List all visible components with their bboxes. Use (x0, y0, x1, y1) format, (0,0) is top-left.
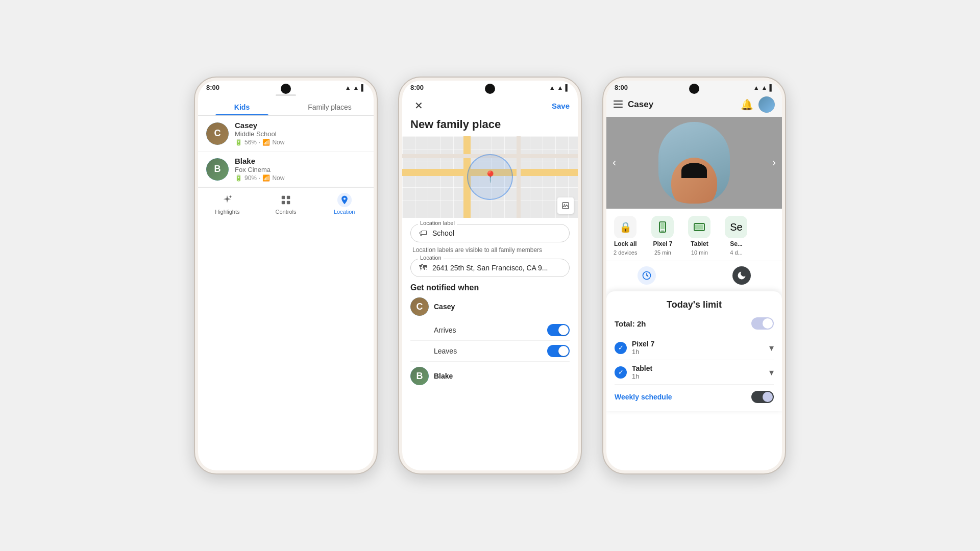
close-button[interactable]: ✕ (410, 97, 427, 114)
svg-rect-17 (614, 107, 623, 108)
wifi-icon-3: ▲ (753, 84, 760, 91)
svg-rect-16 (614, 104, 623, 105)
location-field-label: Location (418, 255, 444, 261)
moon-icon-1[interactable] (732, 266, 751, 285)
kid-item-casey[interactable]: C Casey Middle School 🔋 56% · 📶 Now (198, 116, 374, 152)
battery-icon-casey: 🔋 (235, 139, 242, 146)
svg-rect-13 (562, 203, 569, 209)
nav-highlights[interactable]: Highlights (198, 191, 257, 217)
blake-info: Blake Fox Cinema 🔋 90% · 📶 Now (235, 157, 365, 182)
pixel7-icon-wrap (651, 216, 674, 238)
phone-1: 8:00 ▲ ▲ ▌ (194, 77, 378, 474)
wifi-icon-casey: 📶 (262, 139, 270, 146)
p3-header-left: Casey (614, 99, 653, 110)
carousel-next-button[interactable]: › (772, 156, 776, 169)
bottom-nav: Highlights Controls (198, 187, 374, 221)
arrives-toggle[interactable] (547, 324, 570, 336)
signal-icon-3: ▲ (762, 84, 768, 91)
status-icons-2: ▲ ▲ ▌ (549, 84, 570, 91)
p3-user-avatar[interactable] (758, 96, 775, 113)
more-icon: Se (730, 221, 742, 233)
p3-user-avatar-img (758, 96, 775, 113)
clock-svg-icon (642, 270, 652, 281)
p3-notification-button[interactable]: 🔔 (741, 98, 753, 111)
p3-person-name: Casey (628, 99, 653, 110)
tablet-check: ✓ (615, 366, 627, 379)
pixel7-limit-name: Pixel 7 (632, 340, 764, 348)
tablet-icon-wrap (688, 216, 710, 238)
tablet-limit-info: Tablet 1h (632, 364, 764, 380)
tablet-sub: 10 min (691, 249, 708, 256)
map-icon: 🗺 (419, 263, 427, 272)
blake-notify-name: Blake (434, 372, 453, 380)
tab-kids[interactable]: Kids (198, 98, 286, 115)
todays-limit-panel: Today's limit Total: 2h ✓ Pixel 7 1h ▾ ✓ (606, 291, 782, 411)
casey-status: 🔋 56% · 📶 Now (235, 139, 365, 146)
status-bar-3: 8:00 ▲ ▲ ▌ (606, 81, 782, 92)
moon-svg-icon (737, 270, 747, 281)
tablet-limit-row: ✓ Tablet 1h ▾ (615, 360, 774, 385)
location-field[interactable]: Location 🗺 2641 25th St, San Francisco, … (410, 259, 570, 277)
location-label-field[interactable]: Location label 🏷 School (410, 224, 570, 242)
device-lock-all[interactable]: 🔒 Lock all 2 devices (606, 214, 644, 258)
sparkle-icon (222, 194, 233, 206)
time-icons-row (606, 261, 782, 289)
mini-map[interactable]: 📍 (402, 136, 578, 218)
weekly-toggle[interactable] (751, 391, 774, 403)
phone-2: 8:00 ▲ ▲ ▌ ✕ Save New family place (398, 77, 582, 474)
total-toggle[interactable] (751, 317, 774, 330)
pixel7-limit-info: Pixel 7 1h (632, 340, 764, 356)
p3-header-right: 🔔 (741, 96, 775, 113)
nav-location[interactable]: Location (315, 191, 374, 217)
leaves-toggle[interactable] (547, 345, 570, 357)
phone-3: 8:00 ▲ ▲ ▌ Casey (602, 77, 786, 474)
tablet-dropdown-arrow[interactable]: ▾ (769, 367, 774, 378)
wifi-icon-2: ▲ (549, 84, 555, 91)
pixel7-dropdown-arrow[interactable]: ▾ (769, 342, 774, 354)
location-label-field-label: Location label (418, 220, 457, 226)
blake-location: Fox Cinema (235, 166, 365, 173)
device-pixel7[interactable]: Pixel 7 25 min (644, 214, 681, 258)
phone-3-content: Casey 🔔 ‹ › (606, 92, 782, 411)
get-notified-title: Get notified when (410, 283, 570, 292)
pixel7-check: ✓ (615, 342, 627, 354)
phone-icon (657, 221, 668, 233)
clock-icon-1[interactable] (638, 266, 656, 285)
device-more[interactable]: Se Se... 4 d... (718, 214, 754, 258)
profile-carousel: ‹ › (606, 117, 782, 209)
save-button[interactable]: Save (552, 102, 570, 110)
blake-notify-avatar: B (410, 367, 429, 385)
tablet-icon (694, 222, 705, 232)
phone-1-content: 🔔 C B (198, 92, 374, 221)
svg-rect-15 (614, 101, 623, 102)
pixel7-limit-row: ✓ Pixel 7 1h ▾ (615, 336, 774, 360)
highlights-label: Highlights (215, 209, 239, 215)
more-device-name: Se... (730, 240, 743, 247)
kid-item-blake[interactable]: B Blake Fox Cinema 🔋 90% · 📶 Now (198, 152, 374, 187)
blake-face: B (206, 158, 229, 181)
kids-list: C Casey Middle School 🔋 56% · 📶 Now (198, 116, 374, 187)
tablet-limit-name: Tablet (632, 364, 764, 372)
weekly-schedule-link[interactable]: Weekly schedule (615, 393, 672, 401)
nav-controls[interactable]: Controls (257, 191, 315, 217)
location-label: Location (334, 209, 355, 215)
lock-all-name: Lock all (614, 240, 637, 247)
p3-menu-button[interactable] (614, 99, 623, 110)
blake-notify-person: B Blake (410, 362, 570, 385)
status-time-3: 8:00 (615, 84, 628, 91)
p2-header: ✕ Save (402, 92, 578, 118)
tab-family-places[interactable]: Family places (286, 98, 374, 115)
devices-scroll[interactable]: 🔒 Lock all 2 devices Pixel 7 25 min (606, 209, 782, 261)
carousel-prev-button[interactable]: ‹ (612, 156, 616, 169)
wifi-icon: ▲ (345, 84, 351, 91)
svg-rect-12 (287, 201, 290, 204)
controls-icon (279, 193, 293, 207)
battery-icon-blake: 🔋 (235, 174, 242, 182)
device-tablet[interactable]: Tablet 10 min (681, 214, 718, 258)
casey-info: Casey Middle School 🔋 56% · 📶 Now (235, 121, 365, 146)
dot-sep: · (259, 139, 260, 146)
location-pin-icon: 📍 (483, 170, 497, 184)
highlights-icon (220, 193, 234, 207)
camera-pill-1 (281, 84, 291, 94)
map-image-button[interactable] (557, 197, 574, 214)
